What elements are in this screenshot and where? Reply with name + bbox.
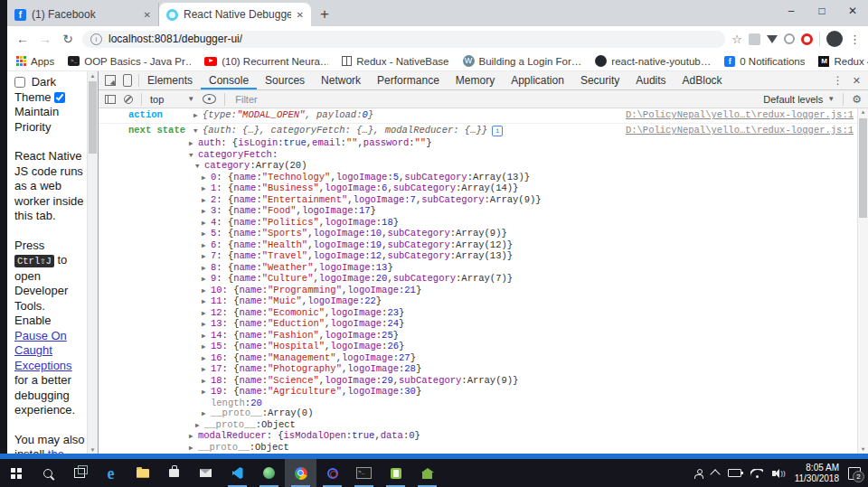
expand-arrow-icon[interactable]: ▼ bbox=[189, 151, 198, 162]
taskbar-terminal-button[interactable] bbox=[348, 459, 380, 487]
taskbar-emulator-button[interactable] bbox=[380, 459, 411, 487]
tab-close-icon[interactable]: ✕ bbox=[144, 10, 151, 20]
expand-arrow-icon[interactable]: ▶ bbox=[202, 342, 211, 353]
expand-arrow-icon[interactable]: ▶ bbox=[202, 207, 211, 218]
taskbar-mail-button[interactable] bbox=[190, 459, 222, 487]
expand-arrow-icon[interactable]: ▶ bbox=[202, 219, 211, 229]
tab-memory[interactable]: Memory bbox=[448, 71, 503, 89]
action-center-icon[interactable]: 2 bbox=[848, 467, 861, 480]
volume-icon[interactable]: )) bbox=[772, 469, 785, 478]
taskbar-search-button[interactable] bbox=[32, 459, 63, 487]
dark-theme-checkbox[interactable] bbox=[14, 77, 25, 88]
source-file-link[interactable]: D:\PolicyNepal\yello…t\redux-logger.js:1 bbox=[615, 124, 858, 137]
tab-elements[interactable]: Elements bbox=[139, 71, 201, 89]
expand-arrow-icon[interactable]: ▶ bbox=[202, 241, 211, 252]
taskbar-file-explorer-button[interactable] bbox=[127, 459, 158, 487]
tab-application[interactable]: Application bbox=[503, 71, 572, 89]
tab-console[interactable]: Console bbox=[201, 71, 257, 89]
bookmark-star-icon[interactable]: ☆ bbox=[731, 33, 742, 46]
taskbar-store-button[interactable] bbox=[158, 459, 190, 487]
expand-arrow-icon[interactable]: ▶ bbox=[202, 229, 211, 240]
tab-close-icon[interactable]: ✕ bbox=[297, 10, 304, 20]
taskbar-rn-debugger-button[interactable] bbox=[316, 459, 348, 487]
taskbar-genymotion-button[interactable] bbox=[411, 459, 443, 487]
scrollbar-thumb[interactable] bbox=[859, 118, 867, 218]
scrollbar-thumb[interactable] bbox=[89, 81, 97, 154]
close-button[interactable]: ✕ bbox=[837, 0, 868, 23]
bookmark-item[interactable]: Redux 4 Ways – Rea… bbox=[818, 56, 868, 67]
expand-arrow-icon[interactable]: ▶ bbox=[202, 252, 211, 263]
clear-console-icon[interactable] bbox=[124, 95, 133, 104]
bookmark-item[interactable]: Redux - NativeBase bbox=[342, 56, 448, 67]
expand-arrow-icon[interactable]: ▶ bbox=[202, 275, 211, 286]
expand-arrow-icon[interactable]: ▶ bbox=[202, 320, 211, 331]
context-selector[interactable]: top ▼ bbox=[150, 94, 194, 105]
tab-performance[interactable]: Performance bbox=[369, 71, 448, 89]
expand-arrow-icon[interactable]: ▶ bbox=[202, 409, 211, 420]
expand-arrow-icon[interactable]: ▶ bbox=[202, 332, 211, 342]
expand-arrow-icon[interactable]: ▶ bbox=[202, 196, 211, 207]
maximize-button[interactable]: □ bbox=[807, 0, 837, 23]
scroll-up-icon[interactable]: ▲ bbox=[88, 71, 98, 80]
extension-icon[interactable] bbox=[749, 33, 760, 45]
expand-arrow-icon[interactable]: ▶ bbox=[202, 309, 211, 320]
bookmark-item[interactable]: 0 Notifications bbox=[724, 56, 805, 67]
console-sidebar-icon[interactable] bbox=[105, 95, 116, 104]
profile-avatar[interactable] bbox=[826, 31, 843, 47]
bookmark-item[interactable]: Apps bbox=[16, 56, 54, 67]
expand-arrow-icon[interactable]: ▶ bbox=[193, 109, 203, 123]
tab-security[interactable]: Security bbox=[572, 71, 627, 89]
battery-icon[interactable] bbox=[728, 469, 741, 477]
wifi-icon[interactable] bbox=[750, 469, 763, 478]
browser-tab[interactable]: React Native Debugger✕ bbox=[159, 3, 311, 26]
expand-arrow-icon[interactable]: ▶ bbox=[202, 354, 211, 365]
tab-sources[interactable]: Sources bbox=[257, 71, 313, 89]
log-levels-selector[interactable]: Default levels ▼ bbox=[763, 94, 835, 105]
browser-menu-icon[interactable]: ⋮ bbox=[849, 33, 861, 46]
expand-arrow-icon[interactable]: ▶ bbox=[202, 264, 211, 275]
expand-arrow-icon[interactable]: ▶ bbox=[202, 286, 211, 297]
taskbar-chrome-button[interactable] bbox=[285, 459, 316, 487]
devtools-menu-icon[interactable]: ⋮ bbox=[833, 74, 844, 87]
extension-circle-icon[interactable] bbox=[784, 33, 795, 44]
bookmark-item[interactable]: OOP Basics - Java Pr… bbox=[68, 56, 191, 67]
expand-arrow-icon[interactable]: ▶ bbox=[189, 139, 198, 150]
bookmark-item[interactable]: (10) Recurrent Neura… bbox=[204, 56, 328, 67]
expand-arrow-icon[interactable]: ▶ bbox=[202, 297, 211, 308]
live-expression-icon[interactable] bbox=[203, 94, 216, 104]
taskbar-android-studio-button[interactable] bbox=[253, 459, 285, 487]
people-icon[interactable] bbox=[694, 469, 703, 477]
device-toolbar-icon[interactable] bbox=[123, 74, 132, 87]
opera-extension-icon[interactable] bbox=[801, 33, 813, 45]
settings-gear-icon[interactable]: ⚙ bbox=[852, 93, 862, 106]
expand-arrow-icon[interactable]: ▶ bbox=[202, 388, 211, 398]
expand-arrow-icon[interactable]: ▶ bbox=[202, 365, 211, 376]
expand-arrow-icon[interactable]: ▼ bbox=[193, 125, 203, 138]
scroll-up-icon[interactable]: ▲ bbox=[858, 108, 868, 117]
taskbar-edge-button[interactable] bbox=[95, 459, 127, 487]
expand-arrow-icon[interactable]: ▶ bbox=[202, 377, 211, 388]
expand-arrow-icon[interactable]: ▶ bbox=[195, 421, 204, 432]
expand-arrow-icon[interactable]: ▼ bbox=[195, 162, 204, 173]
console-scrollbar[interactable]: ▲ ▼ bbox=[857, 108, 868, 454]
minimize-button[interactable]: – bbox=[776, 0, 807, 23]
inspect-element-icon[interactable] bbox=[105, 75, 116, 86]
devtools-close-icon[interactable]: ✕ bbox=[853, 75, 861, 87]
bookmark-item[interactable]: react-native-youtub… bbox=[595, 55, 711, 67]
expand-arrow-icon[interactable]: ▶ bbox=[189, 444, 198, 454]
tab-audits[interactable]: Audits bbox=[627, 71, 674, 89]
new-tab-button[interactable]: + bbox=[320, 6, 329, 22]
bookmark-item[interactable]: Building a Login For… bbox=[463, 55, 582, 67]
reload-icon[interactable]: ↻ bbox=[60, 33, 76, 45]
idm-extension-icon[interactable] bbox=[767, 35, 778, 43]
taskbar-vscode-button[interactable] bbox=[222, 459, 253, 487]
expand-arrow-icon[interactable]: ▶ bbox=[202, 173, 211, 184]
tray-chevron-up-icon[interactable] bbox=[711, 469, 721, 479]
taskbar-task-view-button[interactable] bbox=[63, 459, 95, 487]
back-icon[interactable]: ← bbox=[14, 33, 31, 45]
page-info-icon[interactable]: i bbox=[90, 33, 102, 45]
address-bar[interactable]: i localhost:8081/debugger-ui/ bbox=[82, 31, 725, 48]
tab-adblock[interactable]: AdBlock bbox=[675, 71, 731, 89]
page-scrollbar[interactable]: ▲ ▼ bbox=[87, 71, 98, 454]
tab-network[interactable]: Network bbox=[313, 71, 369, 89]
